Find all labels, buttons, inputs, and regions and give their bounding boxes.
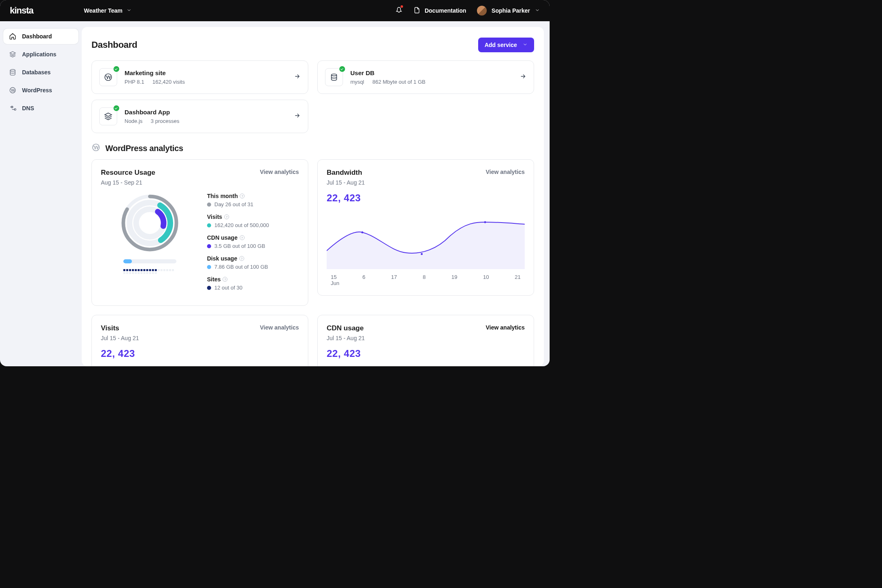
- info-icon[interactable]: ?: [223, 277, 227, 282]
- sidebar-item-databases[interactable]: Databases: [3, 65, 78, 80]
- sidebar-item-applications[interactable]: Applications: [3, 47, 78, 62]
- legend-label: Disk usage ?: [207, 255, 244, 262]
- disk-usage-bar: [123, 259, 176, 263]
- add-service-button[interactable]: Add service: [478, 38, 534, 52]
- user-menu[interactable]: Sophia Parker: [477, 6, 540, 16]
- sidebar-item-dns[interactable]: DNS: [3, 100, 78, 116]
- metric-value: 22, 423: [327, 192, 525, 204]
- dns-icon: [9, 105, 16, 112]
- service-meta: PHP 8.1: [125, 79, 144, 85]
- service-meta: mysql: [350, 79, 364, 85]
- arrow-right-icon: [294, 112, 301, 120]
- documentation-label: Documentation: [425, 7, 466, 14]
- brand-logo: kinsta: [10, 5, 33, 16]
- sidebar: Dashboard Applications Databases WordPre…: [0, 21, 82, 366]
- info-icon[interactable]: ?: [224, 214, 229, 219]
- main-content: Dashboard Add service: [82, 27, 544, 366]
- view-analytics-link[interactable]: View analytics: [486, 324, 525, 331]
- info-icon[interactable]: ?: [240, 194, 245, 198]
- team-name: Weather Team: [84, 7, 122, 14]
- legend-value: 12 out of 30: [214, 285, 243, 291]
- info-icon[interactable]: ?: [240, 235, 245, 240]
- service-card-userdb[interactable]: User DB mysql 862 Mbyte out of 1 GB: [317, 60, 534, 94]
- date-range: Jul 15 - Aug 21: [101, 335, 299, 341]
- home-icon: [9, 33, 16, 40]
- card-title: CDN usage: [327, 324, 364, 332]
- card-title: Bandwidth: [327, 169, 362, 177]
- legend-label: This month ?: [207, 193, 245, 199]
- bandwidth-line-chart: [327, 212, 525, 269]
- bullet-icon: [207, 203, 211, 207]
- chart-x-label: Jun: [327, 280, 525, 286]
- service-card-dashboard-app[interactable]: Dashboard App Node.js 3 processes: [91, 100, 308, 133]
- sidebar-item-dashboard[interactable]: Dashboard: [3, 29, 78, 44]
- date-range: Aug 15 - Sep 21: [101, 179, 299, 186]
- service-meta: 162,420 visits: [152, 79, 185, 85]
- bandwidth-card: Bandwidth View analytics Jul 15 - Aug 21…: [317, 159, 534, 296]
- card-title: Resource Usage: [101, 169, 155, 177]
- sidebar-item-label: WordPress: [22, 87, 52, 94]
- arrow-right-icon: [520, 73, 526, 81]
- svg-point-12: [421, 253, 423, 255]
- chevron-down-icon: [127, 7, 131, 14]
- status-ok-icon: [114, 66, 119, 72]
- chart-x-axis: 156178191021: [327, 271, 525, 280]
- sidebar-item-label: Databases: [22, 69, 51, 76]
- sidebar-item-wordpress[interactable]: WordPress: [3, 82, 78, 98]
- svg-point-0: [10, 69, 15, 71]
- date-range: Jul 15 - Aug 21: [327, 179, 525, 186]
- sidebar-item-label: Applications: [22, 51, 56, 58]
- metric-value: 22, 423: [327, 348, 525, 359]
- page-title: Dashboard: [91, 40, 137, 50]
- svg-point-13: [484, 221, 486, 223]
- service-meta: Node.js: [125, 118, 143, 124]
- svg-point-11: [361, 232, 363, 234]
- svg-point-3: [332, 74, 337, 76]
- user-name: Sophia Parker: [492, 7, 530, 14]
- legend-label: CDN usage ?: [207, 234, 245, 241]
- wordpress-icon: [91, 143, 100, 154]
- bullet-icon: [207, 286, 211, 290]
- info-icon[interactable]: ?: [239, 256, 244, 261]
- metric-value: 22, 423: [101, 348, 299, 359]
- avatar: [477, 6, 487, 16]
- service-name: Marketing site: [125, 69, 287, 76]
- topbar: kinsta Weather Team Documentation Sophia: [0, 0, 550, 21]
- card-title: Visits: [101, 324, 119, 332]
- chevron-down-icon: [535, 7, 540, 14]
- legend-label: Visits ?: [207, 214, 229, 220]
- visits-card: Visits View analytics Jul 15 - Aug 21 22…: [91, 315, 308, 366]
- service-meta: 862 Mbyte out of 1 GB: [372, 79, 425, 85]
- view-analytics-link[interactable]: View analytics: [260, 324, 299, 331]
- service-name: User DB: [350, 69, 512, 76]
- resource-usage-card: Resource Usage View analytics Aug 15 - S…: [91, 159, 308, 306]
- team-switcher[interactable]: Weather Team: [84, 7, 131, 14]
- documentation-link[interactable]: Documentation: [413, 7, 466, 15]
- sidebar-item-label: DNS: [22, 105, 34, 111]
- legend-value: Day 26 out of 31: [214, 201, 253, 207]
- sites-dots: [123, 269, 176, 274]
- status-ok-icon: [114, 105, 119, 111]
- notifications-button[interactable]: [395, 6, 403, 15]
- resource-donut-chart: [119, 192, 180, 254]
- bullet-icon: [207, 223, 211, 227]
- chevron-down-icon: [523, 42, 528, 48]
- legend-value: 3.5 GB out of 100 GB: [214, 243, 265, 249]
- legend-label: Sites ?: [207, 276, 227, 283]
- arrow-right-icon: [294, 73, 301, 81]
- document-icon: [413, 7, 421, 15]
- service-meta: 3 processes: [151, 118, 179, 124]
- sidebar-item-label: Dashboard: [22, 33, 52, 40]
- section-title: WordPress analytics: [105, 144, 183, 153]
- legend-value: 162,420 out of 500,000: [214, 222, 269, 228]
- applications-icon: [9, 51, 16, 58]
- view-analytics-link[interactable]: View analytics: [486, 169, 525, 175]
- service-card-marketing[interactable]: Marketing site PHP 8.1 162,420 visits: [91, 60, 308, 94]
- service-name: Dashboard App: [125, 109, 287, 116]
- add-service-label: Add service: [485, 42, 517, 48]
- cdn-usage-card: CDN usage View analytics Jul 15 - Aug 21…: [317, 315, 534, 366]
- database-icon: [9, 69, 16, 76]
- view-analytics-link[interactable]: View analytics: [260, 169, 299, 175]
- date-range: Jul 15 - Aug 21: [327, 335, 525, 341]
- bullet-icon: [207, 244, 211, 248]
